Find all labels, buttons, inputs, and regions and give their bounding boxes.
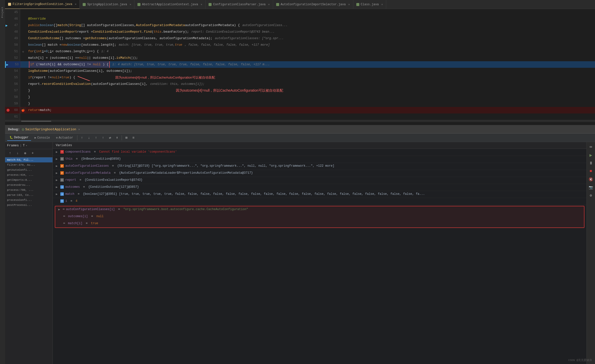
gutter-51: ◇ [20,48,26,55]
btn-settings-debug[interactable]: ⚙ [588,192,594,198]
var-item-this: ▶ ≡ this = {OnBeanCondition@3850} [53,156,586,163]
code-line-48: 48 ConditionEvaluationReport report = Co… [5,29,595,35]
btn-mute[interactable]: 🔇 [588,176,594,182]
tab-filtering[interactable]: FilteringSpringBootCondition.java ✕ [5,0,80,9]
btn-evaluate[interactable]: ⇄ [107,135,113,141]
frame-item-3[interactable]: process:434, ... [5,172,53,177]
expand-outcomes[interactable]: ▶ [56,185,59,189]
frame-item-1[interactable]: filter:370, Au... [5,162,53,167]
tab-console[interactable]: ▶ Console [32,135,53,141]
tab-abstract[interactable]: AbstractApplicationContext.java ✕ [134,0,206,9]
thread-dropdown-icon[interactable]: ▾ [26,144,27,147]
frame-item-7[interactable]: parse:193, Co... [5,193,53,198]
btn-camera[interactable]: 📷 [588,184,594,190]
gutter-58 [20,94,26,100]
line-num-54: 54 [5,68,20,74]
var-item-acm: ▶ P autoConfigurationMetadata = {AutoCon… [53,170,586,177]
gutter-49 [20,35,26,42]
var-highlighted-group: ▶ ∞ autoConfigurationClasses[i] = "org.s… [55,206,584,228]
expand-componentscans[interactable]: ▶ [56,150,59,154]
btn-frames-filter[interactable]: ⊗ [22,150,28,156]
expand-this[interactable]: ▶ [56,157,59,161]
btn-restore-layout[interactable]: ⊞ [123,135,129,141]
breakpoint-60[interactable] [7,109,10,112]
var-icon-outcomes: := [60,185,64,189]
expand-report[interactable]: ▶ [56,178,59,182]
var-item-acci: ▶ ∞ autoConfigurationClasses[i] = "org.s… [55,206,584,213]
btn-step-over[interactable]: ↑ [79,135,85,141]
scrollbar-thumb[interactable] [21,121,51,122]
annotation-arrow [78,74,108,81]
code-content-45 [26,9,595,16]
gutter-60: 🍎 [20,107,26,113]
btn-step-out[interactable]: ↑ [93,135,99,141]
line-num-58: 58 [5,94,20,100]
tab-spring-application[interactable]: SpringApplication.java ✕ [80,0,134,9]
btn-run-to-cursor[interactable]: ↑ [100,135,106,141]
btn-resume[interactable]: ▶ [588,152,594,158]
frame-item-9[interactable]: postProcessi... [5,203,53,208]
gutter-48 [20,29,26,35]
close-tab-0[interactable]: ✕ [75,3,77,6]
close-debug-session[interactable]: ✕ [78,128,80,131]
code-line-46: 46 @Override [5,16,595,22]
code-line-49: 49 ConditionOutcome [] outcomes = getOut… [5,35,595,42]
frame-item-5[interactable]: processGrou... [5,183,53,188]
tab-autoconfig[interactable]: AutoConfigurationImportSelector.java ✕ [273,0,353,9]
btn-settings[interactable]: ≡ [130,135,136,141]
var-item-match: ▶ := match = {boolean[127]@3951} [true, … [53,191,586,198]
close-tab-4[interactable]: ✕ [348,3,350,6]
code-line-57: 57 } [5,87,595,94]
code-content-51: for ( int i = 0 ; i < outcomes.length; i… [26,48,595,55]
expand-acm[interactable]: ▶ [56,171,59,175]
frame-item-4[interactable]: getImports:8... [5,177,53,183]
var-icon-acci: ∞ [63,208,65,211]
tab-config-class[interactable]: ConfigurationClassParser.java ✕ [206,0,273,9]
btn-frames-add[interactable]: + [30,150,36,156]
toolbar-sep-1 [77,135,77,140]
tab-actuator[interactable]: ⚙ Actuator [54,135,76,141]
expand-acc[interactable]: ▶ [56,164,59,168]
code-line-53: ▶ 53 if (!match[i] && outcomes[i] != nul… [5,61,595,68]
var-icon-match: := [60,192,64,196]
actuator-icon: ⚙ [56,136,58,139]
frame-item-0[interactable]: match:53, Fil... [5,157,53,162]
frame-item-2[interactable]: getAutoConfi... [5,167,53,172]
debug-arrow-47: ▶ [6,23,8,28]
btn-watch[interactable]: ⬆ [114,135,120,141]
gutter-52 [20,55,26,61]
var-item-outcomes: ▶ := outcomes = {ConditionOutcome[127]@3… [53,184,586,191]
debug-header: Debug: ⚙ SaintSpringbootApplication ✕ [5,126,595,134]
frames-header: Frames | T ▾ [5,142,53,149]
gutter-61 [20,113,26,120]
frame-item-6[interactable]: process:780, ... [5,188,53,193]
close-tab-2[interactable]: ✕ [201,3,203,6]
expand-match[interactable]: ▶ [56,192,59,196]
btn-frames-up[interactable]: ↑ [7,150,13,156]
tab-debugger[interactable]: 🐛 Debugger [7,135,31,141]
btn-stop[interactable]: ■ [588,168,594,174]
code-content-54: logOutcome (autoConfigurationClasses[i],… [26,68,595,74]
tab-bar: FilteringSpringBootCondition.java ✕ Spri… [0,0,595,9]
code-content-59: } [26,100,595,107]
gutter-46 [20,16,26,22]
close-tab-5[interactable]: ✕ [381,3,383,6]
code-content-49: ConditionOutcome [] outcomes = getOutcom… [26,35,595,42]
tab-class[interactable]: Class.java ✕ [353,0,386,9]
close-tab-3[interactable]: ✕ [268,3,270,6]
frame-item-8[interactable]: processConfi... [5,198,53,203]
btn-step-into[interactable]: ↓ [86,135,92,141]
btn-restore[interactable]: ∞ [588,144,594,150]
line-num-55: 55 [5,74,20,81]
debug-toolbar: 🐛 Debugger ▶ Console ⚙ Actuator ↑ ↓ ↑ ↑ … [5,134,595,142]
right-debug-toolbar: ∞ ▶ ⏸ ■ 🔇 📷 ⚙ [586,142,595,364]
btn-pause[interactable]: ⏸ [588,160,594,166]
var-icon-acc: P [60,164,64,168]
project-icon[interactable]: Project [0,10,5,15]
btn-frames-down[interactable]: ↓ [15,150,21,156]
horizontal-scrollbar[interactable] [5,120,595,122]
code-line-51: 51 ◇ for ( int i = 0 ; i < outcomes.leng… [5,48,595,55]
svg-line-0 [78,76,98,81]
close-tab-1[interactable]: ✕ [130,3,131,6]
expand-acci[interactable]: ▶ [58,208,61,211]
